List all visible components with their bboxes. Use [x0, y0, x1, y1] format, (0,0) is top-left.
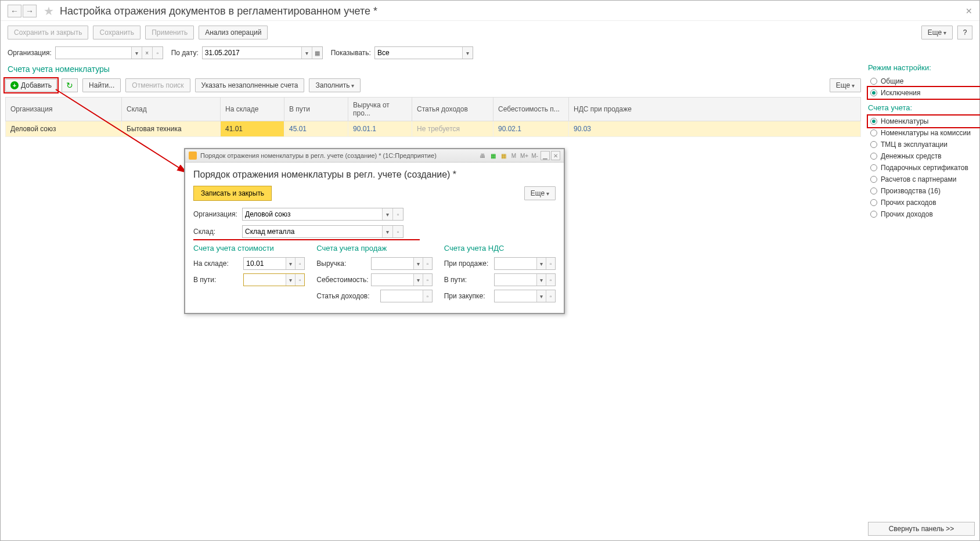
- cell-cost[interactable]: 90.02.1: [493, 121, 569, 137]
- g2-rev-label: Выручка:: [316, 259, 368, 268]
- nav-forward-button[interactable]: →: [23, 5, 37, 17]
- fill-button[interactable]: Заполнить: [309, 78, 361, 92]
- col-vat[interactable]: НДС при продаже: [569, 98, 861, 121]
- g2-rev-field[interactable]: ▾▫: [371, 257, 433, 270]
- col-in-transit[interactable]: В пути: [284, 98, 348, 121]
- cell-in-transit[interactable]: 45.01: [284, 121, 348, 137]
- table-more-button[interactable]: Еще: [830, 78, 861, 92]
- g2-cost-label: Себестоимость:: [316, 276, 368, 284]
- help-button[interactable]: ?: [957, 26, 972, 39]
- cell-income-item[interactable]: Не требуется: [412, 121, 493, 137]
- app-icon: [189, 152, 197, 160]
- add-button[interactable]: + Добавить: [5, 79, 57, 92]
- modal-titlebar-text: Порядок отражения номенклатуры в регл. у…: [200, 152, 437, 159]
- mode-common[interactable]: Общие: [868, 75, 980, 87]
- table-row[interactable]: Деловой союз Бытовая техника 41.01 45.01…: [6, 121, 861, 137]
- acct-other-income[interactable]: Прочих доходов: [868, 208, 980, 220]
- titlebar-m-icon[interactable]: M: [509, 151, 518, 160]
- group2-title: Счета учета продаж: [316, 244, 432, 253]
- group1-title: Счета учета стоимости: [193, 244, 305, 253]
- cell-org[interactable]: Деловой союз: [6, 121, 122, 137]
- titlebar-calendar-icon[interactable]: ▦: [499, 151, 508, 160]
- modal-titlebar[interactable]: Порядок отражения номенклатуры в регл. у…: [185, 149, 564, 163]
- titlebar-calc-icon[interactable]: ▦: [488, 151, 498, 160]
- g2-inc-field[interactable]: ▫: [380, 290, 433, 302]
- g3-transit-label: В пути:: [444, 276, 492, 284]
- col-at-warehouse[interactable]: На складе: [221, 98, 284, 121]
- g2-cost-field[interactable]: ▾▫: [371, 273, 433, 286]
- page-title: Настройка отражения документов в регламе…: [60, 5, 377, 17]
- calendar-icon[interactable]: ▦: [312, 47, 322, 59]
- modal-wh-field[interactable]: ▾ ▫: [242, 225, 403, 238]
- save-close-button[interactable]: Сохранить и закрыть: [8, 26, 88, 39]
- cell-revenue[interactable]: 90.01.1: [348, 121, 412, 137]
- radio-icon: [870, 153, 877, 160]
- radio-icon: [870, 129, 877, 136]
- g3-transit-field[interactable]: ▾▫: [494, 273, 556, 286]
- nav-back-button[interactable]: ←: [8, 5, 21, 17]
- mode-exceptions[interactable]: Исключения: [868, 87, 980, 99]
- acct-other-expenses[interactable]: Прочих расходов: [868, 197, 980, 208]
- acct-commission[interactable]: Номенклатуры на комиссии: [868, 127, 980, 139]
- acct-money[interactable]: Денежных средств: [868, 150, 980, 162]
- cell-vat[interactable]: 90.03: [569, 121, 861, 137]
- group3-title: Счета учета НДС: [444, 244, 556, 253]
- modal-org-field[interactable]: ▾ ▫: [242, 208, 403, 221]
- favorite-icon[interactable]: ★: [44, 4, 54, 18]
- col-warehouse[interactable]: Склад: [122, 98, 221, 121]
- titlebar-m-minus-icon[interactable]: M-: [530, 151, 539, 160]
- modal-more-button[interactable]: Еще: [524, 186, 556, 200]
- modal-heading: Порядок отражения номенклатуры в регл. у…: [193, 169, 556, 180]
- date-filter-input[interactable]: [203, 47, 301, 59]
- g1-atwh-field[interactable]: ▾▫: [243, 257, 305, 270]
- refresh-button[interactable]: ↻: [62, 78, 78, 92]
- cell-warehouse[interactable]: Бытовая техника: [122, 121, 221, 137]
- acct-tmc[interactable]: ТМЦ в эксплуатации: [868, 139, 980, 150]
- g1-transit-field[interactable]: ▾▫: [243, 273, 305, 286]
- top-more-button[interactable]: Еще: [921, 26, 953, 39]
- dropdown-icon[interactable]: ▾: [382, 208, 392, 220]
- modal-org-input[interactable]: [243, 208, 382, 220]
- g3-purchase-field[interactable]: ▾▫: [494, 290, 556, 302]
- col-income-item[interactable]: Статья доходов: [412, 98, 493, 121]
- apply-button[interactable]: Применить: [145, 26, 194, 39]
- show-dropdown-icon[interactable]: ▾: [462, 47, 473, 59]
- date-dropdown-icon[interactable]: ▾: [301, 47, 312, 59]
- col-org[interactable]: Организация: [6, 98, 122, 121]
- acct-production[interactable]: Производства (16): [868, 185, 980, 197]
- titlebar-minimize-icon[interactable]: ▁: [541, 151, 550, 160]
- dropdown-icon[interactable]: ▾: [382, 226, 392, 237]
- write-close-button[interactable]: Записать и закрыть: [193, 186, 272, 201]
- close-button[interactable]: ✕: [965, 6, 972, 16]
- org-filter[interactable]: ▾ × ▫: [55, 46, 163, 59]
- org-clear-icon[interactable]: ×: [142, 47, 152, 59]
- show-filter-input[interactable]: [375, 47, 462, 59]
- acct-partners[interactable]: Расчетов с партнерами: [868, 174, 980, 185]
- collapse-panel-button[interactable]: Свернуть панель >>: [868, 522, 975, 536]
- g3-sale-field[interactable]: ▾▫: [494, 257, 556, 270]
- acct-nomenclature[interactable]: Номенклатуры: [868, 116, 980, 127]
- org-open-icon[interactable]: ▫: [152, 47, 163, 59]
- titlebar-close-icon[interactable]: ✕: [551, 151, 560, 160]
- col-cost[interactable]: Себестоимость п...: [493, 98, 569, 121]
- titlebar-print-icon[interactable]: 🖶: [478, 151, 487, 160]
- analysis-button[interactable]: Анализ операций: [199, 26, 268, 39]
- cell-at-warehouse[interactable]: 41.01: [221, 121, 284, 137]
- show-filter-label: Показывать:: [331, 49, 371, 57]
- date-filter[interactable]: ▾ ▦: [202, 46, 323, 59]
- save-button[interactable]: Сохранить: [93, 26, 140, 39]
- titlebar-m-plus-icon[interactable]: M+: [520, 151, 529, 160]
- show-filter[interactable]: ▾: [374, 46, 473, 59]
- find-button[interactable]: Найти...: [82, 78, 121, 92]
- org-filter-input[interactable]: [56, 47, 131, 59]
- col-revenue[interactable]: Выручка от про...: [348, 98, 412, 121]
- modal-wh-input[interactable]: [243, 226, 382, 237]
- open-icon[interactable]: ▫: [392, 226, 403, 237]
- acct-gift[interactable]: Подарочных сертификатов: [868, 162, 980, 174]
- accounts-title: Счета учета:: [868, 103, 980, 112]
- cancel-search-button[interactable]: Отменить поиск: [125, 78, 190, 92]
- open-icon[interactable]: ▫: [392, 208, 403, 220]
- show-empty-button[interactable]: Указать незаполненные счета: [195, 78, 305, 92]
- g3-purchase-label: При закупке:: [444, 292, 492, 300]
- org-dropdown-icon[interactable]: ▾: [131, 47, 142, 59]
